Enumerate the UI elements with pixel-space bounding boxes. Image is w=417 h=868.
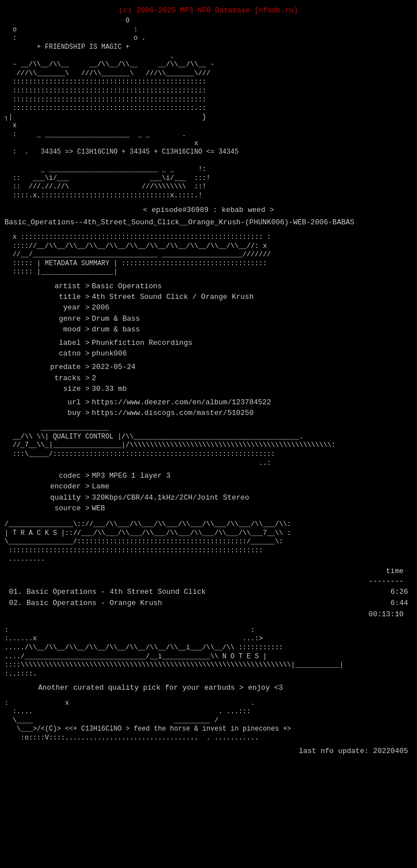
year-label: year	[38, 303, 83, 313]
ascii-art-footer: : x . :.... . ...::: \____ _________ / \…	[4, 699, 413, 743]
tracks-divider: --------	[9, 576, 408, 587]
metadata-buy: buy > https://www.discogs.com/master/510…	[38, 408, 413, 418]
track-2-num-title: 02. Basic Operations - Orange Krush	[9, 598, 162, 608]
total-time: 00:13:10	[369, 610, 404, 618]
ascii-art-quality-border: _________________ __/\\ \\| QUALITY CONT…	[4, 424, 413, 468]
metadata-mood: mood > drum & bass	[38, 325, 413, 335]
tracks-section: time -------- 01. Basic Operations - 4th…	[4, 566, 413, 620]
track-1-time: 6:26	[374, 587, 408, 597]
year-value: 2006	[92, 303, 109, 313]
release-name: Basic_Operations--4th_Street_Sound_Click…	[4, 218, 413, 228]
encoder-label: encoder	[38, 482, 83, 492]
tracks-header: time	[9, 566, 408, 576]
metadata-catno: catno > phunk006	[38, 349, 413, 359]
last-update: last nfo update: 20220405	[4, 746, 413, 756]
quality-encoder: encoder > Lame	[38, 482, 413, 492]
quality-label: quality	[38, 493, 83, 503]
codec-value: MP3 MPEG 1 layer 3	[92, 471, 170, 481]
quality-source: source > WEB	[38, 504, 413, 514]
episode-line: < episode#36989 : kebab weed >	[4, 205, 413, 215]
size-label: size	[38, 384, 83, 394]
metadata-tracks: tracks > 2	[38, 373, 413, 384]
metadata-year: year > 2006	[38, 303, 413, 313]
catno-label: catno	[38, 349, 83, 359]
track-row-2: 02. Basic Operations - Orange Krush 6:44	[9, 598, 408, 608]
quality-block: codec > MP3 MPEG 1 layer 3 encoder > Lam…	[38, 471, 413, 514]
total-time-row: 00:13:10	[9, 610, 408, 620]
metadata-url-row: url > https://www.deezer.com/en/album/12…	[38, 398, 413, 408]
codec-label: codec	[38, 471, 83, 481]
track-1-num-title: 01. Basic Operations - 4th Street Sound …	[9, 587, 206, 597]
encoder-value: Lame	[92, 482, 109, 492]
notes-text: Another curated quality pick for your ea…	[38, 683, 413, 693]
mood-label: mood	[38, 325, 83, 335]
metadata-genre: genre > Drum & Bass	[38, 314, 413, 324]
track-row-1: 01. Basic Operations - 4th Street Sound …	[9, 587, 408, 597]
metadata-predate-row: predate > 2022-05-24	[38, 362, 413, 372]
metadata-block: artist > Basic Operations title > 4th St…	[38, 281, 413, 418]
track-2-time: 6:44	[374, 598, 408, 608]
size-value: 30.33 mb	[92, 384, 127, 394]
tracks-label: tracks	[38, 373, 83, 384]
metadata-title: title > 4th Street Sound Click / Orange …	[38, 292, 413, 302]
predate-label: predate	[38, 362, 83, 372]
ascii-art-notes-border: : : :......x ...:> ...../\\__/\\__/\\__/…	[4, 626, 413, 679]
metadata-size: size > 30.33 mb	[38, 384, 413, 394]
mood-value: drum & bass	[92, 325, 140, 335]
copyright-line: (c) 2006-2025 MP3 NFO Database [nfodb.ru…	[4, 6, 413, 16]
buy-value: https://www.discogs.com/master/510250	[92, 408, 254, 418]
predate-value: 2022-05-24	[92, 362, 136, 372]
title-label: title	[38, 292, 83, 302]
tracks-value: 2	[92, 373, 96, 384]
catno-value: phunk006	[92, 349, 127, 359]
source-label: source	[38, 504, 83, 514]
genre-value: Drum & Bass	[92, 314, 140, 324]
metadata-artist: artist > Basic Operations	[38, 281, 413, 292]
artist-value: Basic Operations	[92, 281, 162, 292]
title-value: 4th Street Sound Click / Orange Krush	[92, 292, 254, 302]
label-value: Phunkfiction Recordings	[92, 338, 192, 348]
buy-label: buy	[38, 408, 83, 418]
source-value: WEB	[92, 504, 105, 514]
url-label: url	[38, 398, 83, 408]
label-label: label	[38, 338, 83, 348]
ascii-art-metadata-border: x ::::::::::::::::::::::::::::::::::::::…	[4, 233, 413, 277]
artist-label: artist	[38, 281, 83, 292]
genre-label: genre	[38, 314, 83, 324]
metadata-label-row: label > Phunkfiction Recordings	[38, 338, 413, 348]
quality-codec: codec > MP3 MPEG 1 layer 3	[38, 471, 413, 481]
ascii-art-tracks-border: /________________\:://___/\\___/\\___/\\…	[4, 520, 413, 564]
quality-value: 320Kbps/CBR/44.1kHz/2CH/Joint Stereo	[92, 493, 249, 503]
ascii-art-top: 0 o : : o . + FRIENDSHIP IS MAGIC + . - …	[4, 17, 413, 200]
page-wrapper: (c) 2006-2025 MP3 NFO Database [nfodb.ru…	[4, 6, 413, 756]
quality-quality: quality > 320Kbps/CBR/44.1kHz/2CH/Joint …	[38, 493, 413, 503]
url-value: https://www.deezer.com/en/album/12378452…	[92, 398, 271, 408]
